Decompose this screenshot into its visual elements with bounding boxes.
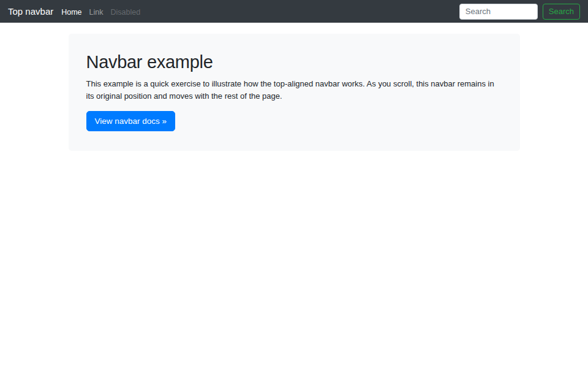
nav-link-disabled: Disabled (107, 8, 145, 17)
page-description: This example is a quick exercise to illu… (86, 78, 502, 102)
nav-link-link[interactable]: Link (86, 8, 107, 17)
nav-item: Disabled (107, 6, 145, 17)
navbar-search-form: Search (459, 4, 580, 20)
page-title: Navbar example (86, 52, 502, 72)
navbar-nav: Home Link Disabled (58, 6, 144, 17)
search-input[interactable] (459, 4, 538, 20)
navbar-brand[interactable]: Top navbar (8, 6, 53, 17)
nav-item: Link (86, 6, 107, 17)
top-navbar: Top navbar Home Link Disabled Search (0, 0, 588, 23)
nav-link-home[interactable]: Home (58, 8, 85, 17)
jumbotron: Navbar example This example is a quick e… (69, 34, 520, 151)
view-navbar-docs-button[interactable]: View navbar docs » (86, 111, 176, 131)
search-button[interactable]: Search (543, 4, 580, 20)
main-container: Navbar example This example is a quick e… (69, 34, 520, 151)
nav-item: Home (58, 6, 85, 17)
